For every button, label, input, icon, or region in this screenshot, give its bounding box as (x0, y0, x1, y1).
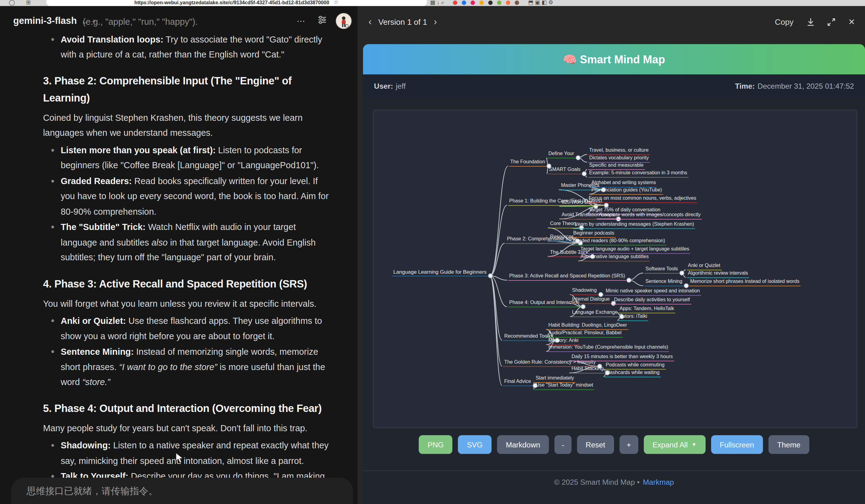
mindmap-node[interactable]: Software Tools (645, 266, 679, 273)
tab-grid-icon[interactable]: ⊞ (26, 0, 31, 6)
download-icon[interactable] (807, 18, 815, 27)
footer-divider (363, 470, 865, 471)
mindmap-node[interactable]: Internal Dialogue (571, 296, 611, 304)
mindmap-node[interactable]: Immersion: YouTube (Comprehensible Input… (547, 344, 669, 352)
time-info: Time:December 31, 2025 01:47:52 (735, 82, 854, 90)
toolbar-button-svg[interactable]: SVG (458, 435, 492, 454)
mindmap-node[interactable]: Define Your (547, 151, 575, 158)
extension-icon[interactable] (488, 1, 493, 5)
browser-action-icons: ▦ ↓ ⌕ (430, 0, 444, 6)
close-panel-icon[interactable]: ✕ (848, 17, 855, 27)
extension-icon[interactable] (506, 1, 510, 5)
more-options-icon[interactable]: ⋯ (297, 16, 305, 26)
mindmap-node[interactable]: Pronunciation guides (YouTube) (590, 187, 663, 195)
mindmap-node[interactable]: Apps: Tandem, HelloTalk (619, 305, 676, 313)
mindmap-node[interactable]: Algorithmic review intervals (687, 270, 749, 278)
tail-glyph-icons[interactable]: ⬒ ▣ ◧ ⚙ (528, 0, 553, 6)
toolbar-button-fullscreen[interactable]: Fullscreen (711, 435, 763, 454)
bullet-item: Graded Readers: Read books specifically … (43, 173, 330, 219)
mindmap-node[interactable]: The Foundation (509, 159, 546, 166)
mindmap-card-header: 🧠 Smart Mind Map (363, 44, 865, 74)
chat-content: (e.g., "apple," "run," "happy").Avoid Tr… (43, 12, 330, 500)
mindmap-node[interactable]: Daily 15 minutes is better than weekly 3… (570, 353, 674, 361)
mindmap-node[interactable]: Habit Stacking (570, 366, 605, 373)
mindmap-node[interactable]: Phase 4: Output and Interaction (508, 300, 580, 307)
browser-toolbar: ◯ ⊞ https://open-webui.yangtzedatalake.s… (0, 0, 865, 6)
user-avatar[interactable] (336, 13, 352, 29)
expand-fullscreen-icon[interactable] (827, 18, 836, 27)
paragraph: You will forget what you learn unless yo… (43, 296, 330, 311)
mindmap-node[interactable]: Travel, business, or culture (588, 148, 650, 155)
mindmap-node[interactable]: Phase 3: Active Recall and Spaced Repeti… (508, 273, 626, 281)
mindmap-node[interactable]: Resources (549, 234, 575, 242)
mindmap-node[interactable]: Language Exchange (571, 309, 619, 317)
version-back-button[interactable]: ‹ (367, 16, 374, 27)
mindmap-node[interactable]: Focus on most common nouns, verbs, adjec… (588, 195, 697, 203)
toolbar-button--[interactable]: - (555, 435, 572, 454)
mindmap-node[interactable]: Final Advice (503, 378, 532, 386)
mindmap-node[interactable]: Target language audio + target language … (579, 246, 690, 254)
toolbar-button-theme[interactable]: Theme (768, 435, 809, 454)
extension-icons (451, 0, 521, 5)
mindmap-node[interactable]: Anki or Quizlet (687, 263, 721, 270)
toolbar-button-+[interactable]: + (619, 435, 638, 454)
toolbar-button-expand-all[interactable]: Expand All▼ (644, 435, 705, 454)
mindmap-node[interactable]: Podcasts while commuting (605, 362, 666, 370)
mindmap-node[interactable]: Alphabet and writing systems (590, 180, 657, 187)
bullet-item: Avoid Translation loops: Try to associat… (43, 32, 330, 62)
markmap-link[interactable]: Markmap (643, 478, 674, 487)
panel-glyph-icons[interactable]: ▦ ↓ ⌕ (430, 0, 444, 6)
extension-icon[interactable] (453, 1, 457, 5)
mindmap-card-body: Language Learning Guide for BeginnersThe… (363, 97, 865, 504)
mindmap-node[interactable]: Associate words with images/concepts dir… (597, 212, 702, 220)
extension-icon[interactable] (515, 1, 519, 5)
mindmap-node[interactable]: Describe daily activities to yourself (613, 297, 691, 304)
mindmap-node[interactable]: Start immediately (535, 375, 575, 383)
new-chat-plus-icon[interactable]: + (92, 17, 96, 25)
mindmap-title: 🧠 Smart Mind Map (563, 52, 665, 66)
chat-input-placeholder: 思维接口已就绪，请传输指令。 (27, 486, 158, 496)
reload-icon[interactable]: ◯ (9, 0, 15, 6)
extension-icon[interactable] (497, 1, 501, 5)
mindmap-node[interactable]: Use "Start Today" mindset (535, 382, 594, 390)
bookmark-star-icon[interactable]: ☆ (334, 0, 338, 5)
url-bar[interactable]: https://open-webui.yangtzedatalake.site/… (46, 0, 427, 6)
mindmap-node[interactable]: Avoid native language subtitles (579, 254, 650, 261)
toolbar-button-png[interactable]: PNG (419, 435, 452, 454)
version-forward-button[interactable]: › (431, 16, 439, 27)
mindmap-node[interactable]: Recommended Toolkit (503, 333, 555, 341)
toolbar-button-reset[interactable]: Reset (577, 435, 614, 454)
mindmap-node[interactable]: Memorize short phrases instead of isolat… (689, 279, 800, 286)
mindmap-node[interactable]: Language Learning Guide for Beginners (392, 269, 487, 276)
caret-down-icon: ▼ (692, 442, 696, 447)
mindmap-node[interactable]: Audio/Practical: Pimsleur, Babbel (547, 330, 622, 338)
toolbar-button-markdown[interactable]: Markdown (497, 435, 549, 454)
section-heading: 5. Phase 4: Output and Interaction (Over… (43, 400, 330, 417)
mindmap-node[interactable]: Sentence Mining (645, 279, 684, 286)
mindmap-node[interactable]: Learn by understanding messages (Stephen… (574, 221, 695, 229)
user-info: User:jeff (374, 82, 406, 90)
mindmap-node[interactable]: Example: 5-minute conversation in 3 mont… (588, 170, 689, 178)
bullet-item: Shadowing: Listen to a native speaker an… (43, 438, 330, 468)
mindmap-node[interactable]: Tutors: iTalki (619, 313, 648, 321)
controls-sliders-icon[interactable] (318, 15, 327, 27)
copy-button[interactable]: Copy (775, 18, 793, 27)
mindmap-node[interactable]: SMART Goals (548, 167, 581, 174)
more-browser-icons: ⬒ ▣ ◧ ⚙ (528, 0, 553, 6)
mindmap-node[interactable]: Shadowing (571, 288, 598, 295)
extension-icon[interactable] (462, 1, 466, 5)
extension-icon[interactable] (480, 1, 484, 5)
extension-icon[interactable] (471, 1, 475, 5)
chevron-down-icon[interactable]: ⌄ (81, 17, 88, 25)
mindmap-node[interactable]: Specific and measurable (588, 162, 645, 170)
mindmap-node[interactable]: Dictates vocabulary priority (588, 155, 650, 163)
chat-input[interactable]: 思维接口已就绪，请传输指令。 (11, 478, 353, 504)
mindmap-node[interactable]: Mimic native speaker speed and intonatio… (605, 288, 701, 295)
mindmap-canvas[interactable]: Language Learning Guide for BeginnersThe… (373, 110, 857, 428)
mindmap-node[interactable]: Habit Building: Duolingo, LingoDeer (547, 322, 628, 330)
mindmap-node[interactable]: Beginner podcasts (572, 230, 615, 238)
mindmap-node[interactable]: Flashcards while waiting (605, 370, 661, 377)
url-text: https://open-webui.yangtzedatalake.site/… (134, 0, 329, 5)
mindmap-node[interactable]: Graded readers (80-90% comprehension) (572, 238, 666, 245)
model-selector[interactable]: gemini-3-flash (13, 15, 77, 27)
